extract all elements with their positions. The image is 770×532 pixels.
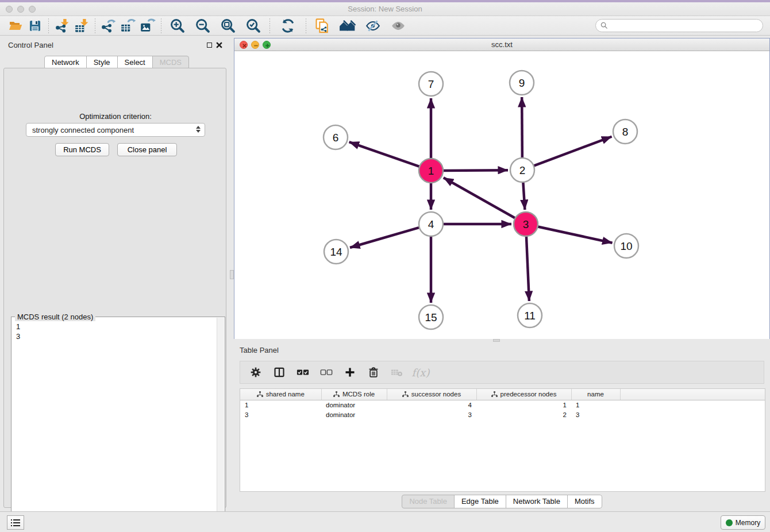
cell-name[interactable]: 1 [571, 400, 620, 410]
control-panel: Control Panel NetworkStyleSelectMCDS Opt… [0, 36, 230, 511]
save-session-icon[interactable] [25, 17, 45, 34]
export-image-icon[interactable] [138, 17, 157, 34]
cell-MCDS-role[interactable]: dominator [321, 410, 387, 419]
tab-network-table[interactable]: Network Table [506, 495, 568, 508]
dropdown-stepper-icon [196, 126, 201, 133]
cell-predecessor-nodes[interactable]: 2 [476, 410, 571, 419]
table-toolbar: f(x) [240, 361, 764, 384]
settings-gear-icon[interactable] [248, 365, 263, 380]
column-header-predecessor-nodes[interactable]: predecessor nodes [476, 389, 571, 400]
edge-3-1[interactable] [444, 178, 517, 218]
table-row[interactable]: 1dominator411 [240, 400, 765, 410]
close-view-button[interactable] [240, 41, 248, 49]
table-panel: Table Panel f(x) shared nameMCDS rolesuc… [234, 342, 770, 511]
tab-node-table[interactable]: Node Table [402, 495, 455, 508]
tab-motifs[interactable]: Motifs [567, 495, 602, 508]
app-titlebar: Session: New Session [0, 2, 770, 16]
deselect-all-checkboxes-icon[interactable] [319, 365, 334, 380]
close-panel-button[interactable]: Close panel [117, 143, 177, 156]
network-graph[interactable]: 7968124310141511 [234, 51, 769, 339]
edge-2-9[interactable] [522, 97, 522, 159]
network-window-titlebar[interactable]: scc.txt [234, 38, 769, 51]
hide-selected-eye-icon[interactable] [360, 17, 386, 34]
hierarchy-icon [402, 391, 409, 397]
app-title: Session: New Session [0, 2, 770, 16]
search-icon [600, 22, 608, 29]
memory-button[interactable]: Memory [721, 515, 765, 530]
dropdown-selected-value: strongly connected component [32, 126, 134, 134]
run-mcds-button[interactable]: Run MCDS [55, 143, 109, 156]
cell-MCDS-role[interactable]: dominator [321, 400, 387, 410]
search-input[interactable] [595, 19, 763, 32]
status-bar: Memory [0, 511, 770, 532]
delete-column-icon[interactable] [366, 365, 381, 380]
node-label-10: 10 [620, 240, 632, 252]
import-network-icon[interactable] [52, 17, 72, 34]
optimization-criterion-select[interactable]: strongly connected component [26, 123, 205, 137]
network-view-window: scc.txt 7968124310141511 [234, 38, 770, 339]
control-panel-title: Control Panel [8, 41, 53, 49]
open-session-icon[interactable] [6, 17, 25, 34]
minimize-window-button[interactable] [17, 6, 24, 13]
column-header-MCDS-role[interactable]: MCDS role [321, 389, 387, 400]
task-history-button[interactable] [7, 515, 24, 530]
show-all-eye-icon[interactable] [386, 17, 411, 34]
node-table-grid: shared nameMCDS rolesuccessor nodesprede… [240, 389, 765, 419]
zoom-fit-icon[interactable] [215, 17, 241, 34]
close-window-button[interactable] [6, 6, 13, 13]
export-table-icon[interactable] [118, 17, 138, 34]
edge-4-14[interactable] [350, 227, 421, 248]
apply-function-icon: f(x) [413, 365, 428, 380]
refresh-layout-icon[interactable] [274, 17, 302, 34]
node-label-14: 14 [330, 246, 342, 258]
maximize-view-button[interactable] [263, 41, 271, 49]
edge-3-10[interactable] [537, 226, 613, 243]
table-row[interactable]: 3dominator323 [240, 410, 765, 419]
cell-successor-nodes[interactable]: 4 [387, 400, 476, 410]
import-table-icon[interactable] [72, 17, 91, 34]
edge-2-3[interactable] [523, 181, 525, 210]
mcds-tab-panel: Optimization criterion: strongly connect… [3, 68, 226, 508]
hierarchy-icon [491, 391, 498, 397]
node-table-header: shared nameMCDS rolesuccessor nodesprede… [240, 389, 765, 400]
zoom-out-icon[interactable] [190, 17, 215, 34]
select-all-checkboxes-icon[interactable] [295, 365, 310, 380]
cell-predecessor-nodes[interactable]: 1 [476, 400, 571, 410]
edge-3-11[interactable] [526, 235, 529, 301]
cell-name[interactable]: 3 [571, 410, 620, 419]
node-table: shared nameMCDS rolesuccessor nodesprede… [240, 388, 765, 492]
close-panel-icon[interactable] [216, 42, 222, 48]
hierarchy-icon [257, 391, 263, 397]
network-view-title: scc.txt [234, 38, 769, 51]
minimize-view-button[interactable] [251, 41, 259, 49]
node-label-4: 4 [428, 218, 434, 230]
clone-network-icon[interactable] [310, 17, 335, 34]
result-scrollbar[interactable] [217, 318, 224, 532]
cell-successor-nodes[interactable]: 3 [387, 410, 476, 419]
network-canvas[interactable]: 7968124310141511 [234, 51, 769, 339]
node-label-6: 6 [333, 132, 339, 144]
toolbar-separator [95, 18, 95, 33]
add-column-icon[interactable] [342, 365, 357, 380]
edge-1-6[interactable] [349, 142, 421, 167]
zoom-selected-icon[interactable] [241, 17, 266, 34]
home-icon[interactable] [335, 17, 360, 34]
column-header-filler [620, 389, 765, 400]
float-panel-icon[interactable] [207, 43, 212, 48]
zoom-in-icon[interactable] [165, 17, 190, 34]
tab-edge-table[interactable]: Edge Table [454, 495, 506, 508]
splitter-handle[interactable] [230, 270, 234, 279]
vertical-splitter[interactable] [230, 36, 234, 511]
list-icon [11, 519, 20, 526]
cell-shared-name[interactable]: 3 [240, 410, 321, 419]
cell-shared-name[interactable]: 1 [240, 400, 321, 410]
edge-2-8[interactable] [533, 137, 612, 167]
edge-1-2[interactable] [442, 170, 508, 171]
export-network-icon[interactable] [99, 17, 118, 34]
zoom-window-button[interactable] [29, 6, 36, 13]
column-header-successor-nodes[interactable]: successor nodes [387, 389, 476, 400]
column-header-shared-name[interactable]: shared name [240, 389, 321, 400]
split-view-icon[interactable] [272, 365, 287, 380]
column-header-name[interactable]: name [571, 389, 620, 400]
node-table-body: 1dominator4113dominator323 [240, 400, 765, 419]
